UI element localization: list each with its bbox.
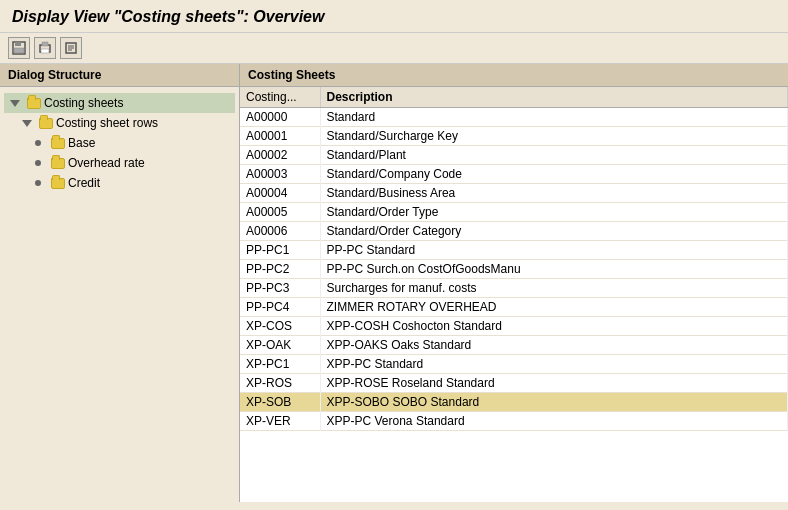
table-row[interactable]: XP-COSXPP-COSH Coshocton Standard xyxy=(240,317,788,336)
tree-item-costing-sheets[interactable]: Costing sheets xyxy=(4,93,235,113)
table-body: A00000StandardA00001Standard/Surcharge K… xyxy=(240,108,788,431)
table-row[interactable]: A00004Standard/Business Area xyxy=(240,184,788,203)
right-panel: Costing Sheets Costing... Description A0… xyxy=(240,64,788,502)
costing-sheets-label: Costing sheets xyxy=(44,96,123,110)
col-header-description: Description xyxy=(320,87,788,108)
table-row[interactable]: PP-PC3Surcharges for manuf. costs xyxy=(240,279,788,298)
dot-overhead-icon xyxy=(32,155,48,171)
table-row[interactable]: XP-ROSXPP-ROSE Roseland Standard xyxy=(240,374,788,393)
table-row[interactable]: A00005Standard/Order Type xyxy=(240,203,788,222)
cell-description: Surcharges for manuf. costs xyxy=(320,279,788,298)
table-row[interactable]: XP-OAKXPP-OAKS Oaks Standard xyxy=(240,336,788,355)
tree-item-overhead-rate[interactable]: Overhead rate xyxy=(4,153,235,173)
table-wrapper[interactable]: Costing... Description A00000StandardA00… xyxy=(240,87,788,502)
dot-credit-icon xyxy=(32,175,48,191)
export-icon xyxy=(64,41,78,55)
table-row[interactable]: PP-PC1PP-PC Standard xyxy=(240,241,788,260)
col-header-code: Costing... xyxy=(240,87,320,108)
overhead-rate-label: Overhead rate xyxy=(68,156,145,170)
folder-rows-icon xyxy=(38,115,54,131)
cell-description: XPP-COSH Coshocton Standard xyxy=(320,317,788,336)
cell-code: PP-PC2 xyxy=(240,260,320,279)
left-panel: Dialog Structure Costing sheets xyxy=(0,64,240,502)
folder-open-icon xyxy=(26,95,42,111)
costing-sheet-rows-label: Costing sheet rows xyxy=(56,116,158,130)
toolbar-btn-1[interactable] xyxy=(8,37,30,59)
costing-sheets-table: Costing... Description A00000StandardA00… xyxy=(240,87,788,431)
table-row[interactable]: A00002Standard/Plant xyxy=(240,146,788,165)
dialog-structure-title: Dialog Structure xyxy=(0,64,239,87)
table-row[interactable]: XP-SOBXPP-SOBO SOBO Standard xyxy=(240,393,788,412)
table-row[interactable]: A00006Standard/Order Category xyxy=(240,222,788,241)
cell-code: XP-OAK xyxy=(240,336,320,355)
toolbar xyxy=(0,33,788,64)
cell-description: XPP-PC Standard xyxy=(320,355,788,374)
cell-code: PP-PC1 xyxy=(240,241,320,260)
toolbar-btn-3[interactable] xyxy=(60,37,82,59)
table-row[interactable]: XP-PC1XPP-PC Standard xyxy=(240,355,788,374)
table-row[interactable]: PP-PC4ZIMMER ROTARY OVERHEAD xyxy=(240,298,788,317)
cell-code: XP-SOB xyxy=(240,393,320,412)
svg-rect-5 xyxy=(41,49,49,53)
cell-code: A00002 xyxy=(240,146,320,165)
main-content: Dialog Structure Costing sheets xyxy=(0,64,788,502)
tree-item-costing-sheet-rows[interactable]: Costing sheet rows xyxy=(4,113,235,133)
costing-sheets-panel-title: Costing Sheets xyxy=(240,64,788,87)
credit-label: Credit xyxy=(68,176,100,190)
cell-code: XP-VER xyxy=(240,412,320,431)
page-title: Display View "Costing sheets": Overview xyxy=(12,8,776,26)
cell-code: A00003 xyxy=(240,165,320,184)
tree-container: Costing sheets Costing sheet rows xyxy=(0,87,239,199)
cell-code: PP-PC4 xyxy=(240,298,320,317)
folder-credit-icon xyxy=(50,175,66,191)
cell-code: XP-PC1 xyxy=(240,355,320,374)
cell-description: ZIMMER ROTARY OVERHEAD xyxy=(320,298,788,317)
svg-rect-1 xyxy=(15,42,21,46)
base-label: Base xyxy=(68,136,95,150)
cell-code: A00006 xyxy=(240,222,320,241)
cell-description: Standard/Plant xyxy=(320,146,788,165)
table-row[interactable]: A00001Standard/Surcharge Key xyxy=(240,127,788,146)
table-row[interactable]: A00000Standard xyxy=(240,108,788,127)
cell-description: Standard/Order Category xyxy=(320,222,788,241)
cell-description: Standard/Surcharge Key xyxy=(320,127,788,146)
svg-rect-2 xyxy=(14,48,24,53)
print-icon xyxy=(38,41,52,55)
tree-item-base[interactable]: Base xyxy=(4,133,235,153)
cell-description: PP-PC Surch.on CostOfGoodsManu xyxy=(320,260,788,279)
cell-description: PP-PC Standard xyxy=(320,241,788,260)
cell-code: XP-ROS xyxy=(240,374,320,393)
cell-description: XPP-SOBO SOBO Standard xyxy=(320,393,788,412)
cell-description: XPP-OAKS Oaks Standard xyxy=(320,336,788,355)
triangle-open-icon xyxy=(20,115,36,131)
dot-base-icon xyxy=(32,135,48,151)
svg-rect-4 xyxy=(42,42,48,46)
cell-code: PP-PC3 xyxy=(240,279,320,298)
cell-description: Standard xyxy=(320,108,788,127)
title-bar: Display View "Costing sheets": Overview xyxy=(0,0,788,33)
cell-description: Standard/Business Area xyxy=(320,184,788,203)
table-row[interactable]: XP-VERXPP-PC Verona Standard xyxy=(240,412,788,431)
table-header-row: Costing... Description xyxy=(240,87,788,108)
cell-code: A00005 xyxy=(240,203,320,222)
triangle-icon xyxy=(8,95,24,111)
tree-item-credit[interactable]: Credit xyxy=(4,173,235,193)
table-row[interactable]: A00003Standard/Company Code xyxy=(240,165,788,184)
cell-code: A00004 xyxy=(240,184,320,203)
folder-overhead-icon xyxy=(50,155,66,171)
cell-description: Standard/Company Code xyxy=(320,165,788,184)
toolbar-btn-2[interactable] xyxy=(34,37,56,59)
save-icon xyxy=(12,41,26,55)
cell-description: XPP-ROSE Roseland Standard xyxy=(320,374,788,393)
cell-code: A00001 xyxy=(240,127,320,146)
cell-description: XPP-PC Verona Standard xyxy=(320,412,788,431)
cell-code: A00000 xyxy=(240,108,320,127)
cell-code: XP-COS xyxy=(240,317,320,336)
cell-description: Standard/Order Type xyxy=(320,203,788,222)
folder-base-icon xyxy=(50,135,66,151)
table-row[interactable]: PP-PC2PP-PC Surch.on CostOfGoodsManu xyxy=(240,260,788,279)
